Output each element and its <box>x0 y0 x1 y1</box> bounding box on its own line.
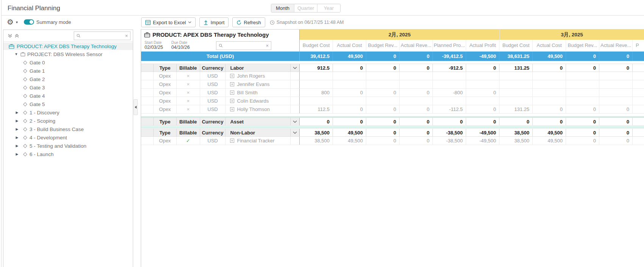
value-cell[interactable] <box>533 72 566 80</box>
value-cell[interactable] <box>599 80 633 88</box>
sidebar-item-phase-3[interactable]: ▶4 - Development <box>3 133 133 142</box>
value-cell[interactable] <box>566 72 599 80</box>
value-cell[interactable]: 0 <box>400 89 433 97</box>
value-cell[interactable] <box>566 97 599 105</box>
sidebar-search-input[interactable] <box>82 33 123 39</box>
value-cell[interactable] <box>400 80 433 88</box>
value-cell[interactable] <box>633 80 644 88</box>
value-cell[interactable]: 38,500 <box>499 137 533 145</box>
expand-box-icon[interactable] <box>230 74 234 78</box>
value-cell[interactable] <box>366 97 400 105</box>
sidebar-item-gate-4[interactable]: Gate 4 <box>3 92 133 100</box>
value-cell[interactable] <box>633 137 644 145</box>
type-cell[interactable]: Opex <box>154 80 177 88</box>
value-cell[interactable]: 0 <box>333 89 366 97</box>
sidebar-item-phase-0[interactable]: ▶1 - Discovery <box>3 108 133 117</box>
currency-cell[interactable]: USD <box>200 137 226 145</box>
value-cell[interactable]: 0 <box>466 105 499 113</box>
value-cell[interactable] <box>300 80 333 88</box>
resource-name-cell[interactable]: Holly Thomson <box>226 105 291 113</box>
value-cell[interactable]: 0 <box>566 105 599 113</box>
sidebar-item-phase-4[interactable]: ▶5 - Testing and Validation <box>3 142 133 150</box>
sidebar-item-product[interactable]: PRODUCT: APEX DBS Therapy Technology <box>3 42 133 50</box>
type-cell[interactable]: Opex <box>154 97 177 105</box>
value-cell[interactable] <box>533 80 566 88</box>
value-cell[interactable] <box>499 80 533 88</box>
value-cell[interactable]: 0 <box>566 137 599 145</box>
value-cell[interactable] <box>633 105 644 113</box>
resource-name-cell[interactable]: Bill Smith <box>226 89 291 97</box>
refresh-button[interactable]: Refresh <box>232 17 265 27</box>
value-cell[interactable]: -38,500 <box>433 137 466 145</box>
billable-cell[interactable]: × <box>177 80 200 88</box>
value-cell[interactable] <box>300 97 333 105</box>
currency-cell[interactable]: USD <box>200 80 226 88</box>
value-cell[interactable] <box>566 80 599 88</box>
sidebar-item-gate-3[interactable]: Gate 3 <box>3 83 133 92</box>
value-cell[interactable]: -49,500 <box>466 137 499 145</box>
value-cell[interactable] <box>633 89 644 97</box>
expand-all-icon[interactable] <box>13 32 20 39</box>
value-cell[interactable]: 800 <box>300 89 333 97</box>
caret-expanded-icon[interactable]: ▼ <box>14 52 19 56</box>
value-cell[interactable]: 0 <box>366 137 400 145</box>
value-cell[interactable]: 0 <box>533 105 566 113</box>
type-cell[interactable]: Opex <box>154 72 177 80</box>
value-cell[interactable] <box>433 80 466 88</box>
value-cell[interactable] <box>499 89 533 97</box>
expand-box-icon[interactable] <box>230 107 234 111</box>
value-cell[interactable]: 49,500 <box>333 137 366 145</box>
clear-icon[interactable]: × <box>125 33 128 38</box>
gear-caret-icon[interactable]: ▾ <box>16 20 18 24</box>
value-cell[interactable] <box>300 72 333 80</box>
caret-collapsed-icon[interactable]: ▶ <box>15 136 19 139</box>
billable-cell[interactable]: × <box>177 72 200 80</box>
billable-cell[interactable]: × <box>177 105 200 113</box>
value-cell[interactable] <box>599 89 633 97</box>
value-cell[interactable] <box>333 72 366 80</box>
sidebar-item-phase-2[interactable]: ▶3 - Build Business Case <box>3 125 133 133</box>
sidebar-item-phase-1[interactable]: ▶2 - Scoping <box>3 117 133 125</box>
value-cell[interactable]: 0 <box>366 89 400 97</box>
expand-box-icon[interactable] <box>230 139 234 143</box>
value-cell[interactable] <box>499 72 533 80</box>
expand-box-icon[interactable] <box>230 91 234 95</box>
value-cell[interactable]: 0 <box>466 89 499 97</box>
value-cell[interactable] <box>599 72 633 80</box>
value-cell[interactable]: 0 <box>400 137 433 145</box>
value-cell[interactable] <box>466 97 499 105</box>
value-cell[interactable]: 0 <box>333 105 366 113</box>
view-toggle-month[interactable]: Month <box>271 4 294 12</box>
value-cell[interactable]: -112.5 <box>433 105 466 113</box>
value-cell[interactable] <box>366 80 400 88</box>
caret-collapsed-icon[interactable]: ▶ <box>15 119 19 123</box>
clear-icon[interactable]: × <box>266 43 269 48</box>
expand-box-icon[interactable] <box>230 99 234 103</box>
resource-name-cell[interactable]: Colin Edwards <box>226 97 291 105</box>
sidebar-item-phase-5[interactable]: ▶6 - Launch <box>3 150 133 158</box>
caret-collapsed-icon[interactable]: ▶ <box>15 144 19 148</box>
value-cell[interactable]: -800 <box>433 89 466 97</box>
billable-cell[interactable]: ✓ <box>177 137 200 145</box>
section-collapse-chevron[interactable] <box>291 129 299 136</box>
currency-cell[interactable]: USD <box>200 105 226 113</box>
currency-cell[interactable]: USD <box>200 97 226 105</box>
sidebar-item-gate-1[interactable]: Gate 1 <box>3 67 133 75</box>
billable-cell[interactable]: × <box>177 89 200 97</box>
type-cell[interactable]: Opex <box>154 89 177 97</box>
grid-search-input[interactable] <box>225 43 264 49</box>
value-cell[interactable] <box>633 72 644 80</box>
value-cell[interactable] <box>366 72 400 80</box>
value-cell[interactable] <box>499 97 533 105</box>
collapse-all-icon[interactable] <box>6 32 13 39</box>
import-button[interactable]: Import <box>199 17 229 27</box>
caret-collapsed-icon[interactable]: ▶ <box>15 127 19 131</box>
caret-collapsed-icon[interactable]: ▶ <box>15 152 19 156</box>
value-cell[interactable]: 38,500 <box>300 137 333 145</box>
gear-icon[interactable]: ⚙ <box>7 18 14 26</box>
value-cell[interactable] <box>466 72 499 80</box>
value-cell[interactable]: 49,500 <box>533 137 566 145</box>
resource-name-cell[interactable]: Jennifer Evans <box>226 80 291 88</box>
billable-cell[interactable]: × <box>177 97 200 105</box>
value-cell[interactable] <box>400 97 433 105</box>
